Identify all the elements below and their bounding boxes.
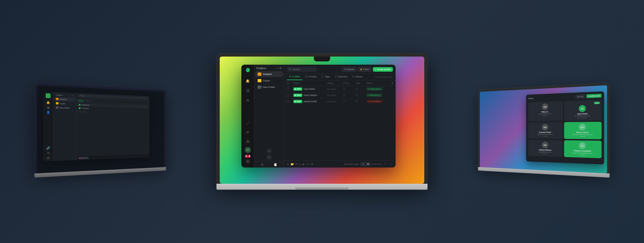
folder-amazon[interactable]: Amazon: [255, 71, 283, 77]
folders-settings-btn[interactable]: ⚙: [279, 67, 282, 70]
nav-up-arrow[interactable]: ▲: [267, 148, 272, 154]
action-delete-icon[interactable]: 🗑: [311, 163, 314, 166]
user-name-susana: Susana Poole: [539, 131, 551, 133]
left-sidebar-icon-grid[interactable]: ▦: [47, 106, 50, 109]
sidebar-power-icon[interactable]: ⏻: [244, 138, 252, 145]
row2-start-button[interactable]: ▶ Start: [293, 94, 302, 97]
filters-button[interactable]: ⚡ Filters: [358, 67, 372, 72]
search-input[interactable]: [293, 68, 314, 71]
row1-checkbox[interactable]: [284, 86, 291, 92]
left-logo: 🌿: [46, 93, 51, 98]
row3-check[interactable]: [286, 100, 289, 103]
sidebar-bell-icon[interactable]: 🔔: [244, 77, 252, 85]
user-role-john: Team Leader: [577, 117, 587, 119]
action-folder-icon[interactable]: 📂: [291, 163, 294, 166]
row2-checkbox[interactable]: [284, 92, 291, 98]
sidebar-user-avatar[interactable]: W: [245, 147, 251, 153]
user-avatar-nancy: NJ: [579, 124, 586, 130]
row2-proxy-dot: [343, 94, 345, 96]
tab-statuses[interactable]: Statuses: [333, 74, 350, 80]
left-profile-name-2: Facebook: [81, 107, 89, 109]
rows-per-page-select[interactable]: 5 10 25: [360, 162, 370, 166]
sidebar-add-icon[interactable]: +: [246, 159, 250, 163]
left-folder-amazon[interactable]: Amazon: [55, 97, 75, 101]
svg-line-6: [291, 70, 291, 70]
tab-statuses-label: Statuses: [338, 75, 347, 78]
nav-down-arrow[interactable]: ▼: [267, 155, 272, 160]
left-folder-new[interactable]: New Folder: [55, 106, 75, 110]
profiles-table-container: Name Status Proxy Tags Notes ⚙: [284, 80, 396, 160]
folders-delete-icon[interactable]: 🗑: [261, 163, 264, 166]
left-sidebar-icon-bell[interactable]: 🔔: [46, 101, 50, 104]
folders-copy-icon[interactable]: 📋: [274, 163, 277, 166]
tab-extras[interactable]: Extras: [350, 74, 365, 80]
action-play-icon[interactable]: ▶: [303, 163, 305, 166]
left-folder-amazon-label: Amazon: [59, 98, 67, 100]
center-screen-outer: 🔔: [216, 53, 428, 184]
action-copy2-icon[interactable]: ⧉: [295, 162, 297, 166]
left-quick-add: Quick Add...: [78, 111, 148, 114]
left-sidebar-icon-user[interactable]: 👤: [46, 111, 50, 114]
left-profile-start-1: [79, 104, 80, 106]
svg-rect-1: [248, 89, 249, 90]
tab-proxies[interactable]: Proxies: [303, 74, 319, 80]
folder-new-icon: [258, 86, 261, 89]
sort-button[interactable]: Sort by: [575, 94, 585, 98]
user-email-john: jk-1987@gmail.com: [575, 115, 590, 117]
pagination-prev[interactable]: <: [383, 162, 387, 166]
folders-add-btn[interactable]: +: [277, 67, 278, 70]
search-icon: [289, 68, 291, 70]
tab-tags[interactable]: Tags: [319, 74, 332, 80]
left-folder-crypto[interactable]: Crypto: [55, 101, 75, 106]
row1-notes[interactable]: ✏ Login and d...: [364, 86, 389, 92]
user-badge-john: Invite: [594, 102, 600, 104]
left-folders-add[interactable]: + ⚙: [71, 94, 74, 97]
refresh-button[interactable]: ↺ Refresh: [342, 67, 356, 72]
folder-new[interactable]: New Folder: [255, 84, 283, 90]
filters-icon: ⚡: [360, 68, 363, 71]
invite-button[interactable]: + Invite user: [586, 94, 602, 98]
left-tab-extensions[interactable]: Extensions: [84, 99, 93, 102]
tab-profiles[interactable]: Profiles: [287, 74, 303, 80]
sidebar-link-icon[interactable]: [244, 119, 252, 127]
row1-start-button[interactable]: ▶ Start: [293, 87, 302, 91]
th-settings: ⚙: [389, 80, 396, 86]
sidebar-settings-icon[interactable]: ⚙: [244, 129, 252, 136]
sidebar-lang-flag[interactable]: [245, 155, 250, 158]
sidebar-grid-icon[interactable]: [244, 87, 252, 94]
action-pause-icon[interactable]: ⏸: [307, 163, 309, 166]
svg-rect-12: [353, 77, 353, 77]
left-sidebar-icon-link[interactable]: 🔗: [46, 146, 50, 150]
row2-check[interactable]: [286, 94, 289, 97]
search-box[interactable]: [287, 67, 317, 72]
bottom-actions: ⊕ 📂 ⧉ ⊙ ▶ ⏸ 🗑: [287, 162, 314, 166]
select-all-checkbox[interactable]: [286, 82, 289, 84]
row3-start-button[interactable]: ▶ Start: [293, 100, 302, 103]
row1-check[interactable]: [286, 88, 289, 90]
create-profile-button[interactable]: + Create profile: [373, 67, 393, 72]
user-avatar-jeffrey: AB: [542, 142, 548, 148]
pagination-next[interactable]: >: [389, 162, 393, 166]
row2-notes[interactable]: ✏ Recheck pr...: [364, 92, 389, 98]
left-app-window: 🌿 🔔 ▦ 👤 🔗 ⚙ ⏻ Folders + ⚙: [43, 91, 150, 162]
row3-notes[interactable]: ✏ Not working...: [364, 98, 389, 105]
sidebar-user-icon[interactable]: [244, 97, 252, 104]
invite-label: + Invite user: [588, 95, 600, 97]
action-copy-icon[interactable]: ⊕: [287, 163, 289, 166]
action-share-icon[interactable]: ⊙: [299, 163, 301, 166]
th-name: Name: [291, 80, 325, 86]
app-window: 🔔: [241, 65, 396, 168]
right-app-header: Team Sort by + Invite user: [528, 94, 602, 100]
tab-tags-label: Tags: [325, 75, 330, 78]
left-bookmark-1[interactable]: 📌 Bookmarks: [78, 157, 89, 159]
row2-status-value: No status: [327, 94, 336, 97]
row3-checkbox[interactable]: [284, 98, 291, 105]
left-sidebar-icon-settings[interactable]: ⚙: [47, 151, 50, 155]
folder-crypto[interactable]: Crypto: [255, 78, 283, 84]
left-tab-profiles[interactable]: Profiles: [78, 99, 84, 101]
tabs-bar: Profiles Proxies: [284, 74, 396, 80]
main-content: ↺ Refresh ⚡ Filters + Create profile: [284, 65, 396, 168]
user-email-jeffrey: jwilso@gmail.com: [539, 151, 551, 153]
left-sidebar-icon-power[interactable]: ⏻: [47, 156, 50, 159]
row2-note-badge: ✏ Recheck pr...: [366, 94, 382, 97]
